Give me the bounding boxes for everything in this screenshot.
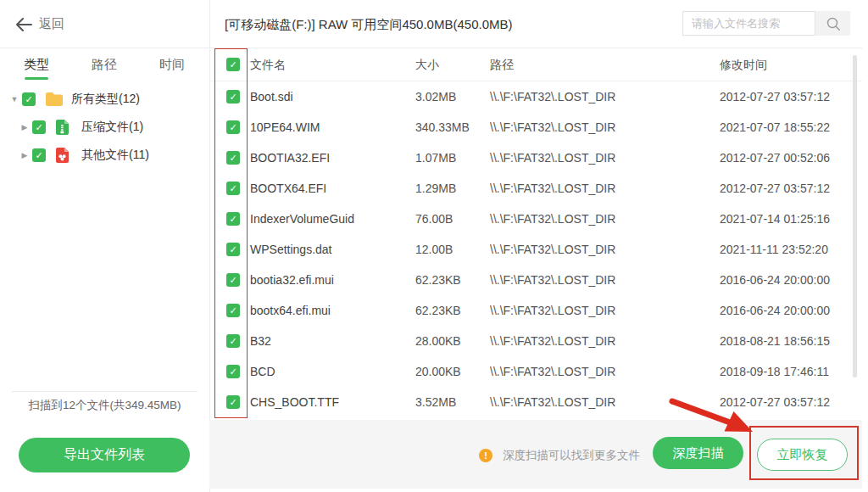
file-table: ✓ Boot.sdi 3.02MB \\.\F:\FAT32\.LOST_DIR… — [209, 81, 862, 417]
cell-file-size: 12.00B — [415, 234, 453, 265]
page-title: [可移动磁盘(F:)] RAW 可用空间450.0MB(450.0MB) — [225, 0, 513, 48]
search-input[interactable] — [682, 11, 815, 36]
tree-checkbox[interactable]: ✓ — [22, 92, 36, 106]
cell-file-size: 1.07MB — [415, 143, 456, 173]
table-row[interactable]: ✓ 10PE64.WIM 340.33MB \\.\F:\FAT32\.LOST… — [209, 112, 862, 143]
tree-item[interactable]: ▼ ✓ 所有类型(12) — [0, 85, 209, 113]
cell-file-name: CHS_BOOT.TTF — [250, 387, 339, 417]
cell-modified-time: 2012-07-27 03:57:12 — [720, 173, 830, 204]
sidebar-tab-time[interactable]: 时间 — [159, 48, 185, 81]
cell-file-name: B32 — [250, 326, 271, 356]
back-button[interactable]: 返回 — [15, 0, 64, 48]
table-row[interactable]: ✓ bootia32.efi.mui 62.23KB \\.\F:\FAT32\… — [209, 265, 862, 295]
table-row[interactable]: ✓ BOOTX64.EFI 1.29MB \\.\F:\FAT32\.LOST_… — [209, 173, 862, 204]
cell-file-path: \\.\F:\FAT32\.LOST_DIR — [490, 234, 615, 265]
table-row[interactable]: ✓ BOOTIA32.EFI 1.07MB \\.\F:\FAT32\.LOST… — [209, 143, 862, 173]
recover-now-button[interactable]: 立即恢复 — [757, 439, 848, 471]
row-checkbox[interactable]: ✓ — [226, 90, 240, 103]
file-type-tree: ▼ ✓ 所有类型(12) ▶ ✓ 压缩文件(1) ▶ ✓ 其他文件(11) — [0, 85, 209, 169]
cell-modified-time: 2016-06-24 20:00:00 — [720, 295, 830, 326]
cell-file-name: IndexerVolumeGuid — [250, 204, 354, 234]
row-checkbox[interactable]: ✓ — [226, 243, 240, 256]
file-type-icon — [55, 119, 74, 136]
table-scrollbar[interactable] — [853, 55, 857, 377]
sidebar-tab-type[interactable]: 类型 — [24, 48, 49, 81]
tree-checkbox[interactable]: ✓ — [32, 120, 46, 134]
table-row[interactable]: ✓ B32 28.00KB \\.\F:\FAT32\.LOST_DIR 201… — [209, 326, 862, 356]
row-checkbox[interactable]: ✓ — [226, 120, 240, 134]
table-row[interactable]: ✓ Boot.sdi 3.02MB \\.\F:\FAT32\.LOST_DIR… — [209, 81, 862, 112]
cell-file-size: 3.02MB — [415, 81, 456, 112]
cell-file-path: \\.\F:\FAT32\.LOST_DIR — [490, 295, 615, 326]
row-checkbox[interactable]: ✓ — [226, 334, 240, 348]
cell-file-size: 62.23KB — [415, 295, 461, 326]
row-checkbox[interactable]: ✓ — [226, 304, 240, 317]
tree-item-label: 压缩文件(1) — [81, 120, 143, 135]
cell-modified-time: 2012-07-27 00:52:06 — [720, 143, 830, 173]
tree-item-label: 其他文件(11) — [81, 148, 149, 163]
row-checkbox[interactable]: ✓ — [226, 273, 240, 287]
cell-modified-time: 2021-07-14 01:25:16 — [720, 204, 830, 234]
row-checkbox[interactable]: ✓ — [226, 182, 240, 195]
file-type-icon — [45, 91, 64, 108]
cell-file-name: bootia32.efi.mui — [250, 265, 334, 295]
tree-caret-icon[interactable]: ▼ — [8, 95, 20, 103]
sidebar-bottom-divider — [12, 391, 198, 392]
tree-caret-icon[interactable]: ▶ — [19, 151, 31, 159]
cell-file-path: \\.\F:\FAT32\.LOST_DIR — [490, 204, 615, 234]
cell-file-size: 76.00B — [415, 204, 453, 234]
column-header-path[interactable]: 路径 — [490, 48, 514, 81]
cell-modified-time: 2012-07-27 03:57:12 — [720, 387, 830, 417]
column-header-size[interactable]: 大小 — [415, 48, 439, 81]
row-checkbox[interactable]: ✓ — [226, 395, 240, 409]
row-checkbox[interactable]: ✓ — [226, 151, 240, 165]
sidebar-tab-path[interactable]: 路径 — [92, 48, 117, 81]
cell-file-name: WPSettings.dat — [250, 234, 332, 265]
cell-modified-time: 2021-11-11 23:52:20 — [720, 234, 828, 265]
tree-item[interactable]: ▶ ✓ 压缩文件(1) — [0, 113, 209, 141]
cell-file-path: \\.\F:\FAT32\.LOST_DIR — [490, 173, 615, 204]
tree-caret-icon[interactable]: ▶ — [19, 123, 31, 131]
deep-scan-button[interactable]: 深度扫描 — [653, 437, 743, 469]
back-arrow-icon — [15, 18, 32, 31]
cell-modified-time: 2018-09-18 17:46:11 — [720, 356, 829, 387]
warning-icon: ! — [479, 449, 492, 462]
cell-file-path: \\.\F:\FAT32\.LOST_DIR — [490, 265, 615, 295]
cell-file-path: \\.\F:\FAT32\.LOST_DIR — [490, 356, 615, 387]
row-checkbox[interactable]: ✓ — [226, 365, 240, 378]
cell-modified-time: 2012-07-27 03:57:12 — [720, 81, 830, 112]
tree-item[interactable]: ▶ ✓ 其他文件(11) — [0, 141, 209, 169]
cell-modified-time: 2021-07-07 18:55:22 — [720, 112, 830, 143]
table-row[interactable]: ✓ BCD 20.00KB \\.\F:\FAT32\.LOST_DIR 201… — [209, 356, 862, 387]
cell-file-name: Boot.sdi — [250, 81, 293, 112]
cell-file-size: 1.29MB — [415, 173, 456, 204]
export-file-list-button[interactable]: 导出文件列表 — [19, 438, 190, 472]
table-row[interactable]: ✓ CHS_BOOT.TTF 3.52MB \\.\F:\FAT32\.LOST… — [209, 387, 862, 417]
cell-file-path: \\.\F:\FAT32\.LOST_DIR — [490, 81, 615, 112]
cell-modified-time: 2018-08-21 18:56:15 — [720, 326, 830, 356]
tree-checkbox[interactable]: ✓ — [32, 148, 46, 162]
table-row[interactable]: ✓ IndexerVolumeGuid 76.00B \\.\F:\FAT32\… — [209, 204, 862, 234]
cell-file-name: BOOTX64.EFI — [250, 173, 326, 204]
search-button[interactable] — [815, 11, 850, 36]
table-row[interactable]: ✓ bootx64.efi.mui 62.23KB \\.\F:\FAT32\.… — [209, 295, 862, 326]
scan-summary: 扫描到12个文件(共349.45MB) — [0, 398, 209, 413]
cell-file-size: 62.23KB — [415, 265, 461, 295]
cell-file-path: \\.\F:\FAT32\.LOST_DIR — [490, 143, 615, 173]
cell-file-name: BOOTIA32.EFI — [250, 143, 330, 173]
tree-item-label: 所有类型(12) — [71, 92, 140, 107]
cell-file-name: BCD — [250, 356, 275, 387]
sidebar-tabs: 类型路径时间 — [0, 48, 209, 81]
column-header-modified[interactable]: 修改时间 — [720, 48, 767, 81]
column-header-name[interactable]: 文件名 — [250, 48, 286, 81]
table-row[interactable]: ✓ WPSettings.dat 12.00B \\.\F:\FAT32\.LO… — [209, 234, 862, 265]
row-checkbox[interactable]: ✓ — [226, 212, 240, 226]
cell-modified-time: 2016-06-24 20:00:00 — [720, 265, 830, 295]
cell-file-size: 340.33MB — [415, 112, 470, 143]
search-icon — [825, 15, 842, 32]
back-label: 返回 — [39, 16, 64, 32]
select-all-checkbox[interactable]: ✓ — [226, 58, 240, 71]
deep-scan-hint: 深度扫描可以找到更多文件 — [503, 448, 640, 463]
cell-file-size: 28.00KB — [415, 326, 461, 356]
cell-file-path: \\.\F:\FAT32\.LOST_DIR — [490, 387, 615, 417]
